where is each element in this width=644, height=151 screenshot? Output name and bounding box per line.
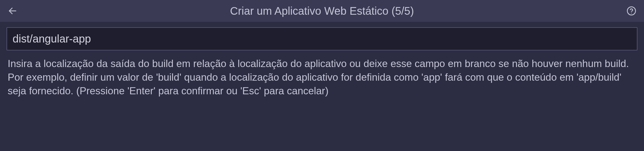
help-circle-icon xyxy=(627,6,636,16)
input-help-text: Insira a localização da saída do build e… xyxy=(7,57,637,98)
dialog-content: Insira a localização da saída do build e… xyxy=(0,22,644,103)
arrow-left-icon xyxy=(8,6,17,16)
back-button[interactable] xyxy=(7,5,19,17)
dialog-title: Criar um Aplicativo Web Estático (5/5) xyxy=(19,5,625,17)
help-button[interactable] xyxy=(625,5,637,17)
dialog-header: Criar um Aplicativo Web Estático (5/5) xyxy=(0,0,644,22)
build-output-location-input[interactable] xyxy=(7,27,637,50)
